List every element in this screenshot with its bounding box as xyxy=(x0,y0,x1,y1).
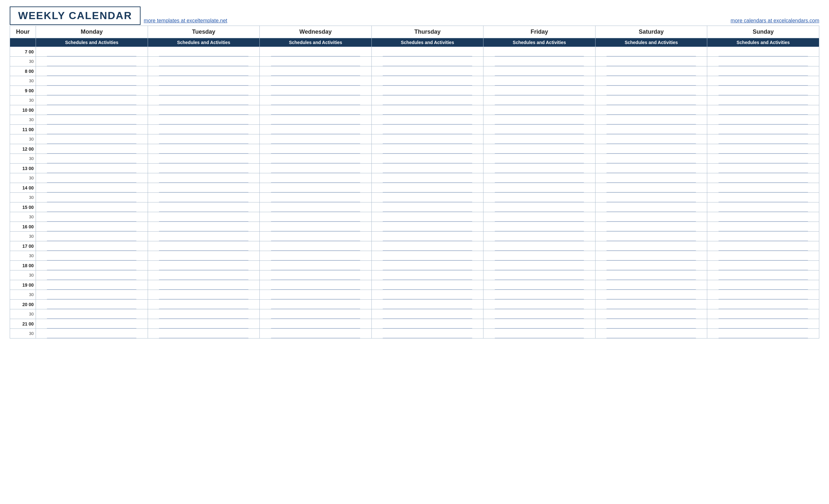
schedule-cell-10-30-day-2[interactable] xyxy=(260,115,372,125)
schedule-cell-8-day-3[interactable] xyxy=(371,66,483,76)
schedule-cell-12-day-1[interactable] xyxy=(148,144,260,154)
schedule-cell-16-day-3[interactable] xyxy=(371,222,483,231)
schedule-cell-11-day-5[interactable] xyxy=(595,125,707,135)
schedule-cell-13-30-day-3[interactable] xyxy=(371,173,483,183)
schedule-cell-19-30-day-0[interactable] xyxy=(36,290,148,300)
watermark-right[interactable]: more calendars at excelcalendars.com xyxy=(730,18,819,24)
schedule-cell-15-day-6[interactable] xyxy=(707,203,819,212)
schedule-cell-14-30-day-2[interactable] xyxy=(260,193,372,203)
schedule-cell-10-30-day-3[interactable] xyxy=(371,115,483,125)
schedule-cell-8-30-day-6[interactable] xyxy=(707,76,819,86)
schedule-cell-18-day-2[interactable] xyxy=(260,261,372,271)
schedule-cell-11-day-3[interactable] xyxy=(371,125,483,135)
schedule-cell-9-day-1[interactable] xyxy=(148,86,260,96)
schedule-cell-9-day-4[interactable] xyxy=(483,86,596,96)
schedule-cell-18-day-6[interactable] xyxy=(707,261,819,271)
schedule-cell-16-day-2[interactable] xyxy=(260,222,372,231)
schedule-cell-13-30-day-2[interactable] xyxy=(260,173,372,183)
schedule-cell-18-30-day-1[interactable] xyxy=(148,271,260,280)
schedule-cell-17-30-day-2[interactable] xyxy=(260,251,372,261)
schedule-cell-13-day-1[interactable] xyxy=(148,164,260,173)
schedule-cell-11-30-day-1[interactable] xyxy=(148,135,260,144)
schedule-cell-8-day-4[interactable] xyxy=(483,66,596,76)
schedule-cell-16-30-day-0[interactable] xyxy=(36,231,148,241)
schedule-cell-21-30-day-1[interactable] xyxy=(148,329,260,338)
schedule-cell-11-30-day-2[interactable] xyxy=(260,135,372,144)
schedule-cell-20-30-day-5[interactable] xyxy=(595,309,707,319)
schedule-cell-8-30-day-2[interactable] xyxy=(260,76,372,86)
schedule-cell-18-30-day-6[interactable] xyxy=(707,271,819,280)
schedule-cell-17-day-2[interactable] xyxy=(260,241,372,251)
schedule-cell-12-30-day-5[interactable] xyxy=(595,154,707,164)
schedule-cell-7-day-5[interactable] xyxy=(595,47,707,57)
schedule-cell-8-day-1[interactable] xyxy=(148,66,260,76)
schedule-cell-7-day-2[interactable] xyxy=(260,47,372,57)
schedule-cell-21-day-0[interactable] xyxy=(36,319,148,329)
schedule-cell-10-day-4[interactable] xyxy=(483,105,596,115)
schedule-cell-10-day-2[interactable] xyxy=(260,105,372,115)
schedule-cell-15-day-5[interactable] xyxy=(595,203,707,212)
schedule-cell-18-day-3[interactable] xyxy=(371,261,483,271)
schedule-cell-21-day-1[interactable] xyxy=(148,319,260,329)
watermark-left[interactable]: more templates at exceltemplate.net xyxy=(144,18,227,24)
schedule-cell-16-day-1[interactable] xyxy=(148,222,260,231)
schedule-cell-21-day-3[interactable] xyxy=(371,319,483,329)
schedule-cell-21-30-day-0[interactable] xyxy=(36,329,148,338)
schedule-cell-13-30-day-6[interactable] xyxy=(707,173,819,183)
schedule-cell-17-30-day-4[interactable] xyxy=(483,251,596,261)
schedule-cell-9-day-5[interactable] xyxy=(595,86,707,96)
schedule-cell-8-day-5[interactable] xyxy=(595,66,707,76)
schedule-cell-8-day-2[interactable] xyxy=(260,66,372,76)
schedule-cell-16-30-day-2[interactable] xyxy=(260,231,372,241)
schedule-cell-12-30-day-6[interactable] xyxy=(707,154,819,164)
schedule-cell-12-30-day-0[interactable] xyxy=(36,154,148,164)
schedule-cell-10-30-day-6[interactable] xyxy=(707,115,819,125)
schedule-cell-16-30-day-1[interactable] xyxy=(148,231,260,241)
schedule-cell-19-30-day-4[interactable] xyxy=(483,290,596,300)
schedule-cell-12-day-4[interactable] xyxy=(483,144,596,154)
schedule-cell-7-30-day-1[interactable] xyxy=(148,57,260,66)
schedule-cell-17-day-3[interactable] xyxy=(371,241,483,251)
schedule-cell-8-30-day-3[interactable] xyxy=(371,76,483,86)
schedule-cell-14-day-3[interactable] xyxy=(371,183,483,193)
schedule-cell-15-day-1[interactable] xyxy=(148,203,260,212)
schedule-cell-7-30-day-2[interactable] xyxy=(260,57,372,66)
schedule-cell-15-30-day-1[interactable] xyxy=(148,212,260,222)
schedule-cell-14-day-4[interactable] xyxy=(483,183,596,193)
schedule-cell-14-30-day-6[interactable] xyxy=(707,193,819,203)
schedule-cell-9-30-day-2[interactable] xyxy=(260,96,372,105)
schedule-cell-18-30-day-0[interactable] xyxy=(36,271,148,280)
schedule-cell-12-day-2[interactable] xyxy=(260,144,372,154)
schedule-cell-7-day-3[interactable] xyxy=(371,47,483,57)
schedule-cell-8-30-day-4[interactable] xyxy=(483,76,596,86)
schedule-cell-16-day-4[interactable] xyxy=(483,222,596,231)
schedule-cell-15-30-day-3[interactable] xyxy=(371,212,483,222)
schedule-cell-19-30-day-3[interactable] xyxy=(371,290,483,300)
schedule-cell-17-day-4[interactable] xyxy=(483,241,596,251)
schedule-cell-20-30-day-0[interactable] xyxy=(36,309,148,319)
schedule-cell-19-day-0[interactable] xyxy=(36,280,148,290)
schedule-cell-12-30-day-3[interactable] xyxy=(371,154,483,164)
schedule-cell-20-day-5[interactable] xyxy=(595,300,707,309)
schedule-cell-9-30-day-3[interactable] xyxy=(371,96,483,105)
schedule-cell-13-30-day-0[interactable] xyxy=(36,173,148,183)
schedule-cell-21-30-day-2[interactable] xyxy=(260,329,372,338)
schedule-cell-12-30-day-1[interactable] xyxy=(148,154,260,164)
schedule-cell-17-30-day-6[interactable] xyxy=(707,251,819,261)
schedule-cell-14-30-day-3[interactable] xyxy=(371,193,483,203)
schedule-cell-15-day-0[interactable] xyxy=(36,203,148,212)
schedule-cell-17-30-day-5[interactable] xyxy=(595,251,707,261)
schedule-cell-20-30-day-4[interactable] xyxy=(483,309,596,319)
schedule-cell-14-30-day-1[interactable] xyxy=(148,193,260,203)
schedule-cell-16-30-day-5[interactable] xyxy=(595,231,707,241)
schedule-cell-13-30-day-4[interactable] xyxy=(483,173,596,183)
schedule-cell-15-30-day-2[interactable] xyxy=(260,212,372,222)
schedule-cell-7-30-day-3[interactable] xyxy=(371,57,483,66)
schedule-cell-11-day-0[interactable] xyxy=(36,125,148,135)
schedule-cell-18-day-1[interactable] xyxy=(148,261,260,271)
schedule-cell-20-day-4[interactable] xyxy=(483,300,596,309)
schedule-cell-19-30-day-5[interactable] xyxy=(595,290,707,300)
schedule-cell-7-day-1[interactable] xyxy=(148,47,260,57)
schedule-cell-11-30-day-5[interactable] xyxy=(595,135,707,144)
schedule-cell-20-30-day-3[interactable] xyxy=(371,309,483,319)
